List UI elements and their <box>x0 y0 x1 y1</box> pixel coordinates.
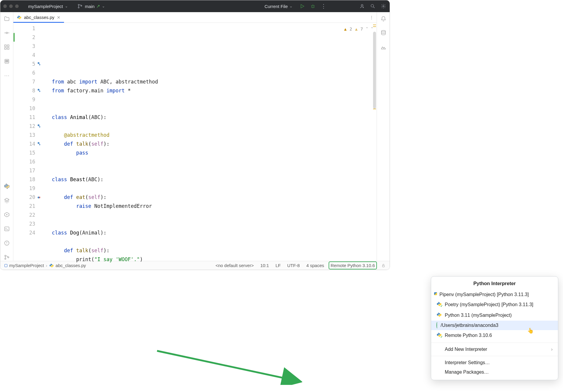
code-line[interactable] <box>52 122 377 131</box>
code-editor[interactable]: 123456789101112131415161718192021222324 … <box>13 23 377 261</box>
line-number[interactable]: 3 <box>13 42 35 51</box>
vcs-branch-widget[interactable]: main ↗ ⌄ <box>74 2 108 11</box>
terminal-tool-button[interactable] <box>3 225 10 232</box>
next-highlight-button[interactable]: ˅ <box>371 25 373 33</box>
readonly-toggle[interactable] <box>380 263 387 268</box>
line-number[interactable]: 16 <box>13 157 35 166</box>
right-tool-rail <box>377 12 390 261</box>
code-line[interactable] <box>52 104 377 113</box>
line-number[interactable]: 2 <box>13 33 35 42</box>
code-line[interactable]: from abc import ABC, abstractmethod <box>52 77 377 86</box>
line-number[interactable]: 21 <box>13 202 35 211</box>
code-with-me-button[interactable] <box>359 3 365 9</box>
code-line[interactable] <box>52 184 377 193</box>
code-line[interactable] <box>52 237 377 246</box>
chevron-down-icon: ⌄ <box>65 4 68 8</box>
settings-button[interactable] <box>380 3 387 9</box>
code-line[interactable]: raise NotImplementedError <box>52 202 377 211</box>
project-name: mySampleProject <box>28 4 63 9</box>
line-number[interactable]: 6 <box>13 68 35 77</box>
line-number[interactable]: 10 <box>13 104 35 113</box>
line-number[interactable]: 14 <box>13 139 35 148</box>
structure-tool-button[interactable] <box>3 44 10 51</box>
editor-gutter[interactable]: 123456789101112131415161718192021222324 <box>13 23 40 261</box>
code-line[interactable] <box>52 95 377 104</box>
weak-warning-icon: ▲ <box>355 25 357 33</box>
version-control-tool-button[interactable] <box>3 254 10 261</box>
line-number[interactable]: 13 <box>13 131 35 139</box>
line-number[interactable]: 15 <box>13 148 35 157</box>
svg-point-20 <box>4 255 6 256</box>
code-line[interactable]: from factory.main import * <box>52 86 377 95</box>
svg-point-24 <box>38 89 39 91</box>
python-file-icon <box>17 15 22 20</box>
line-number[interactable]: 5 <box>13 60 35 68</box>
window-controls[interactable] <box>3 4 19 8</box>
run-config-selector[interactable]: Current File ⌄ <box>262 3 295 10</box>
inspections-widget[interactable]: ▲2 ▲7 ˄ ˅ <box>344 25 373 33</box>
close-window-button[interactable] <box>3 4 7 8</box>
titlebar: mySampleProject ⌄ main ↗ ⌄ Current File … <box>0 0 390 12</box>
line-number[interactable]: 22 <box>13 211 35 219</box>
problems-tool-button[interactable] <box>3 240 10 247</box>
database-tool-button[interactable] <box>380 29 387 36</box>
line-number[interactable]: 1 <box>13 24 35 33</box>
line-number[interactable]: 23 <box>13 219 35 228</box>
error-stripe-marker[interactable] <box>373 109 376 109</box>
code-line[interactable]: def eat(self): <box>52 193 377 202</box>
line-number[interactable]: 7 <box>13 77 35 86</box>
code-line[interactable] <box>52 157 377 166</box>
project-tool-button[interactable] <box>3 15 10 22</box>
close-tab-button[interactable]: ✕ <box>57 15 60 20</box>
python-console-tool-button[interactable] <box>3 183 10 190</box>
editor-area: abc_classes.py ✕ ⋮ 123456789101112131415… <box>13 12 377 261</box>
python-packages-tool-button[interactable] <box>3 197 10 204</box>
debug-button[interactable] <box>310 3 316 9</box>
line-number[interactable]: 20 <box>13 193 35 202</box>
coverage-tool-button[interactable] <box>380 44 387 51</box>
more-tools-button[interactable]: ⋯ <box>3 72 10 79</box>
bookmarks-tool-button[interactable] <box>3 58 10 65</box>
line-number[interactable]: 18 <box>13 175 35 184</box>
editor-tab[interactable]: abc_classes.py ✕ <box>13 12 64 23</box>
code-line[interactable] <box>52 166 377 175</box>
editor-scrollbar[interactable] <box>373 32 376 109</box>
line-number[interactable]: 11 <box>13 113 35 122</box>
minimize-window-button[interactable] <box>9 4 13 8</box>
more-actions-button[interactable]: ⋮ <box>320 3 327 9</box>
code-line[interactable]: def talk(self): <box>52 246 377 255</box>
line-number[interactable]: 19 <box>13 184 35 193</box>
svg-point-28 <box>381 30 385 32</box>
line-number[interactable]: 8 <box>13 86 35 95</box>
code-line[interactable]: pass <box>52 148 377 157</box>
editor-content[interactable]: ▲2 ▲7 ˄ ˅ from abc import ABC, abstractm… <box>40 23 377 261</box>
line-number[interactable]: 17 <box>13 166 35 175</box>
project-selector[interactable]: mySampleProject ⌄ <box>26 3 70 10</box>
code-line[interactable]: class Dog(Animal): <box>52 228 377 237</box>
run-button[interactable] <box>299 3 306 9</box>
commit-tool-button[interactable] <box>3 29 10 36</box>
prev-highlight-button[interactable]: ˄ <box>366 25 368 33</box>
line-number[interactable]: 4 <box>13 51 35 60</box>
code-line[interactable] <box>52 264 377 270</box>
code-line[interactable]: @abstractmethod <box>52 131 377 139</box>
code-line[interactable] <box>52 219 377 228</box>
code-line[interactable]: print("I say 'WOOF'.") <box>52 255 377 264</box>
services-tool-button[interactable] <box>3 211 10 218</box>
maximize-window-button[interactable] <box>15 4 19 8</box>
error-stripe-marker[interactable] <box>373 25 376 29</box>
line-number[interactable]: 24 <box>13 228 35 237</box>
svg-point-25 <box>38 124 39 126</box>
tab-actions-button[interactable]: ⋮ <box>367 12 377 23</box>
svg-rect-12 <box>7 48 9 49</box>
notifications-tool-button[interactable] <box>380 15 387 22</box>
branch-icon <box>77 3 83 9</box>
svg-point-26 <box>38 142 39 144</box>
code-line[interactable] <box>52 211 377 219</box>
line-number[interactable]: 9 <box>13 95 35 104</box>
line-number[interactable]: 12 <box>13 122 35 131</box>
code-line[interactable]: class Animal(ABC): <box>52 113 377 122</box>
code-line[interactable]: class Beast(ABC): <box>52 175 377 184</box>
search-everywhere-button[interactable] <box>370 3 376 9</box>
code-line[interactable]: def talk(self): <box>52 139 377 148</box>
